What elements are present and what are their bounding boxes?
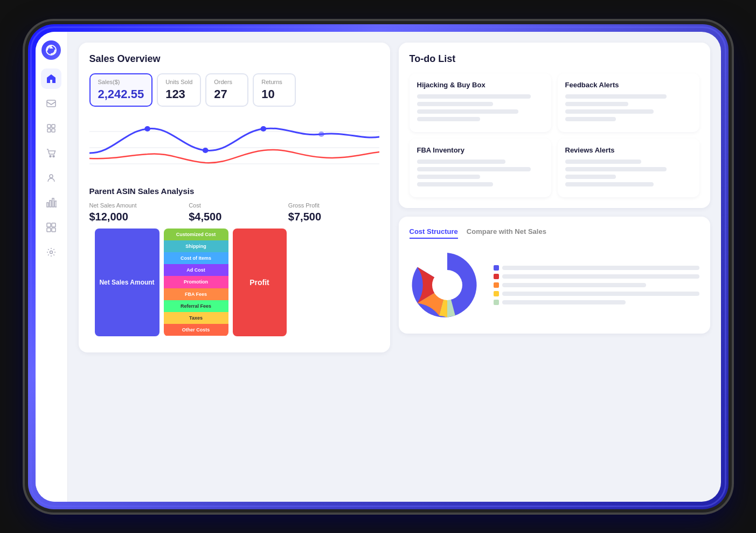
stat-units-value: 123 bbox=[165, 87, 192, 101]
stat-sales-label: Sales($) bbox=[98, 79, 144, 85]
parent-asin-title: Parent ASIN Sales Analysis bbox=[89, 186, 379, 196]
parent-net-sales-label: Net Sales Amount bbox=[89, 202, 181, 209]
stat-returns-value: 10 bbox=[261, 87, 287, 101]
segment-fba-fees: FBA Fees bbox=[164, 288, 228, 300]
sidebar-item-home[interactable] bbox=[41, 68, 61, 89]
todo-reviews-title: Reviews Alerts bbox=[565, 146, 692, 154]
parent-cost-label: Cost bbox=[189, 202, 280, 209]
segment-customized-cost: Customized Cost bbox=[164, 229, 228, 240]
placeholder-line bbox=[417, 117, 481, 121]
placeholder-line bbox=[565, 167, 667, 171]
cost-structure-tabs: Cost Structure Compare with Net Sales bbox=[410, 227, 699, 239]
svg-rect-16 bbox=[52, 228, 56, 232]
cost-structure-card: Cost Structure Compare with Net Sales bbox=[399, 217, 710, 334]
todo-hijacking[interactable]: Hijacking & Buy Box bbox=[410, 73, 551, 132]
svg-rect-11 bbox=[52, 198, 54, 207]
legend-dot-red bbox=[494, 274, 499, 279]
placeholder-line bbox=[565, 109, 654, 114]
tab-compare-net-sales[interactable]: Compare with Net Sales bbox=[467, 227, 546, 239]
placeholder-line bbox=[565, 175, 616, 179]
svg-rect-15 bbox=[47, 228, 51, 232]
sales-overview-title: Sales Overview bbox=[89, 53, 379, 65]
svg-rect-1 bbox=[47, 100, 56, 107]
placeholder-line bbox=[417, 175, 481, 179]
stat-units-label: Units Sold bbox=[165, 79, 192, 85]
top-row: Sales Overview Sales($) 2,242.55 Units S… bbox=[79, 43, 710, 352]
stat-sales-value: 2,242.55 bbox=[98, 87, 144, 101]
placeholder-line bbox=[417, 167, 531, 171]
svg-rect-2 bbox=[47, 124, 51, 128]
placeholder-line bbox=[565, 160, 641, 164]
svg-rect-4 bbox=[47, 129, 51, 132]
profit-bar-label: Profit bbox=[233, 229, 287, 336]
todo-feedback[interactable]: Feedback Alerts bbox=[558, 73, 699, 132]
tab-cost-structure[interactable]: Cost Structure bbox=[410, 227, 458, 239]
placeholder-line bbox=[565, 102, 629, 106]
svg-point-24 bbox=[318, 131, 324, 137]
svg-point-23 bbox=[260, 126, 266, 131]
legend-item-5 bbox=[494, 300, 699, 305]
sidebar-item-widgets[interactable] bbox=[41, 217, 61, 238]
parent-stats-row: Net Sales Amount $12,000 Cost $4,500 Gro… bbox=[89, 202, 379, 223]
segment-promotion: Promotion bbox=[164, 276, 228, 288]
legend-line bbox=[502, 274, 699, 279]
legend-line bbox=[502, 266, 699, 270]
sidebar-item-analytics[interactable] bbox=[41, 192, 61, 213]
todo-fba[interactable]: FBA Inventory bbox=[410, 139, 551, 197]
segment-cost-of-items: Cost of Items bbox=[164, 252, 228, 264]
legend-dot-green bbox=[494, 300, 499, 305]
logo-icon[interactable] bbox=[41, 40, 61, 60]
sidebar-item-products[interactable] bbox=[41, 118, 61, 139]
todo-feedback-title: Feedback Alerts bbox=[565, 81, 692, 89]
svg-point-22 bbox=[202, 148, 208, 153]
svg-rect-3 bbox=[52, 124, 55, 128]
placeholder-line bbox=[417, 94, 531, 99]
parent-cost-value: $4,500 bbox=[189, 211, 280, 223]
pie-legend bbox=[494, 265, 699, 305]
sidebar-item-shopping[interactable] bbox=[41, 143, 61, 163]
svg-point-7 bbox=[53, 155, 54, 157]
legend-item-1 bbox=[494, 265, 699, 271]
todo-reviews[interactable]: Reviews Alerts bbox=[558, 139, 699, 197]
legend-item-3 bbox=[494, 282, 699, 288]
svg-rect-12 bbox=[55, 201, 57, 207]
sidebar-item-users[interactable] bbox=[41, 168, 61, 188]
cost-structure-content bbox=[410, 247, 699, 323]
parent-profit-label: Gross Profit bbox=[288, 202, 379, 209]
sidebar-item-settings[interactable] bbox=[41, 242, 61, 262]
svg-point-6 bbox=[50, 155, 51, 157]
parent-stat-net-sales: Net Sales Amount $12,000 bbox=[89, 202, 181, 223]
parent-stat-cost: Cost $4,500 bbox=[189, 202, 280, 223]
legend-item-2 bbox=[494, 274, 699, 279]
legend-dot-purple bbox=[494, 265, 499, 271]
stat-returns-label: Returns bbox=[261, 79, 287, 85]
sales-chart bbox=[89, 115, 379, 180]
sidebar bbox=[36, 32, 68, 502]
stat-orders-label: Orders bbox=[214, 79, 240, 85]
stat-units[interactable]: Units Sold 123 bbox=[157, 73, 201, 107]
todo-hijacking-title: Hijacking & Buy Box bbox=[417, 81, 544, 89]
todo-fba-title: FBA Inventory bbox=[417, 146, 544, 154]
net-sales-bar-label: Net Sales Amount bbox=[95, 229, 159, 336]
segment-referral-fees: Referral Fees bbox=[164, 300, 228, 312]
sidebar-item-inbox[interactable] bbox=[41, 93, 61, 114]
parent-stat-profit: Gross Profit $7,500 bbox=[288, 202, 379, 223]
stats-row: Sales($) 2,242.55 Units Sold 123 Orders … bbox=[89, 73, 379, 107]
svg-rect-13 bbox=[47, 223, 51, 227]
segment-ad-cost: Ad Cost bbox=[164, 264, 228, 276]
parent-profit-value: $7,500 bbox=[288, 211, 379, 223]
svg-point-8 bbox=[50, 175, 53, 178]
stat-orders[interactable]: Orders 27 bbox=[205, 73, 248, 107]
placeholder-line bbox=[565, 94, 667, 99]
placeholder-line bbox=[417, 182, 493, 186]
stat-sales[interactable]: Sales($) 2,242.55 bbox=[89, 73, 153, 107]
segments-bar: Customized Cost Shipping Cost of Items A… bbox=[164, 229, 228, 336]
legend-line bbox=[502, 292, 699, 296]
outer-frame: Sales Overview Sales($) 2,242.55 Units S… bbox=[28, 24, 729, 509]
legend-line bbox=[502, 283, 646, 287]
stacked-bar-chart: Net Sales Amount Customized Cost Shippin… bbox=[89, 223, 379, 342]
stat-returns[interactable]: Returns 10 bbox=[253, 73, 296, 107]
todo-card: To-do List Hijacking & Buy Box Feedback … bbox=[399, 43, 710, 208]
todo-grid: Hijacking & Buy Box Feedback Alerts bbox=[410, 73, 699, 197]
svg-rect-9 bbox=[47, 203, 48, 207]
